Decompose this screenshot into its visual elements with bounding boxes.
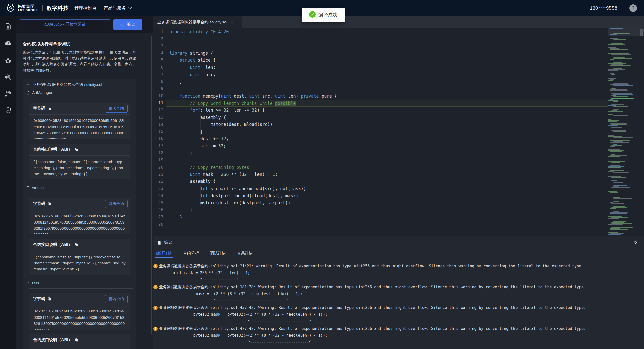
- minimap-row: [613, 201, 631, 201]
- tree-file-row[interactable]: 业务逻辑数据浏览器展示合约-solidity.sol: [23, 81, 136, 89]
- minimap-row: [610, 65, 631, 66]
- brand-text: 蚂蚁集团 ANT GROUP: [18, 5, 38, 12]
- copy-icon[interactable]: [75, 243, 79, 247]
- line-number: 22: [153, 178, 166, 185]
- copy-icon[interactable]: [75, 338, 79, 342]
- minimap-row: [610, 73, 614, 74]
- deploy-contract-button[interactable]: 部署合约: [105, 200, 128, 208]
- bytecode-value: 0x608060405234801561001057600080fd5b5061…: [29, 115, 130, 139]
- minimap-row: [608, 123, 615, 123]
- bug-icon[interactable]: [4, 57, 12, 65]
- line-number: 26: [153, 206, 166, 213]
- card-header: 字节码 部署合约: [29, 293, 130, 305]
- compile-button[interactable]: 编译: [113, 19, 142, 30]
- minimap-row: [613, 170, 631, 170]
- bug-search-icon[interactable]: [4, 74, 12, 81]
- code-line: [166, 156, 608, 164]
- warning-icon: !: [153, 327, 158, 331]
- abi-card-artmanager: 合约接口说明（ABI） [ { "constant": false, "inpu…: [29, 144, 130, 179]
- code-line: uint mask = 256 ** (32 - len) - 1;: [166, 171, 608, 178]
- minimap-row: [608, 174, 620, 174]
- code-line: }: [166, 214, 608, 221]
- minimap-row: [608, 218, 619, 219]
- copy-icon[interactable]: [48, 107, 51, 110]
- minimap-row: [611, 223, 632, 224]
- line-number: 5: [153, 57, 166, 64]
- code-line: dest += 32;: [166, 135, 608, 142]
- deploy-contract-button[interactable]: 部署合约: [105, 295, 128, 303]
- warning-message: 业务逻辑数据浏览器展示合约-solidity.sol:181:28: Warni…: [159, 284, 586, 291]
- line-number-gutter: 1234567891011121314151617181920212223242…: [153, 28, 166, 228]
- tools-icon[interactable]: [4, 90, 12, 97]
- deploy-contract-button[interactable]: 部署合约: [105, 105, 128, 113]
- minimap-row: [608, 38, 617, 38]
- shield-plus-icon[interactable]: [4, 107, 12, 114]
- editor-scrollbar[interactable]: [640, 29, 643, 36]
- minimap-row: [608, 149, 620, 150]
- minimap-row: [613, 56, 625, 56]
- copy-icon[interactable]: [48, 297, 51, 301]
- collapse-double-chevron-icon[interactable]: [633, 240, 638, 245]
- minimap-row: [610, 152, 620, 152]
- product-title: 数字科技: [47, 5, 69, 12]
- tab-contract-analysis[interactable]: 合约分析: [183, 249, 199, 258]
- minimap-row: [608, 216, 622, 217]
- minimap-row: [613, 37, 631, 37]
- contract-row-strings[interactable]: strings: [23, 184, 136, 192]
- minimap-row: [610, 90, 628, 91]
- editor-tab-solidity-file[interactable]: 业务逻辑数据浏览器展示合约-solidity.sol ✕: [153, 16, 242, 28]
- tab-debug-details[interactable]: 调试详情: [210, 249, 226, 258]
- minimap-row: [608, 109, 612, 109]
- minimap-row: [611, 99, 623, 99]
- account-phone[interactable]: 130****9558: [590, 5, 617, 11]
- sidebar-scrollbar[interactable]: [151, 36, 152, 334]
- contract-row-artmanager[interactable]: ArtManager: [23, 89, 136, 97]
- warning-icon: !: [153, 285, 158, 289]
- code-editor[interactable]: 1234567891011121314151617181920212223242…: [153, 28, 644, 236]
- copy-icon[interactable]: [75, 148, 79, 151]
- minimap-row: [613, 232, 632, 232]
- tab-compile-details[interactable]: 编译详情: [156, 249, 172, 258]
- minimap-row: [611, 194, 628, 194]
- code-line: }: [166, 128, 608, 135]
- nav-console[interactable]: 管理控制台: [74, 5, 97, 11]
- tab-transaction-details[interactable]: 交易详情: [237, 249, 253, 258]
- minimap-row: [611, 153, 623, 153]
- line-number: 20: [153, 164, 166, 171]
- minimap-row: [613, 85, 633, 86]
- chain-selector[interactable]: a00e36c5 - 开放联盟链: [20, 19, 110, 30]
- minimap-row: [613, 141, 623, 142]
- minimap-row: [610, 165, 620, 166]
- minimap-row: [608, 53, 629, 54]
- minimap-row: [613, 109, 619, 110]
- minimap[interactable]: [608, 28, 638, 236]
- minimap-row: [610, 228, 620, 229]
- contract-row-utils[interactable]: utils: [23, 279, 136, 287]
- brand-logo[interactable]: 蚂蚁集团 ANT GROUP: [5, 2, 38, 14]
- nav-products[interactable]: 产品与服务: [104, 5, 132, 11]
- panel-title: 编译: [164, 240, 173, 245]
- minimap-row: [611, 78, 632, 78]
- minimap-row: [610, 144, 631, 144]
- minimap-row: [608, 156, 620, 157]
- minimap-row: [613, 97, 631, 97]
- minimap-row: [610, 49, 628, 50]
- indent-guide: [190, 100, 190, 156]
- copy-icon[interactable]: [48, 202, 51, 206]
- minimap-row: [611, 187, 630, 188]
- code-area[interactable]: pragma solidity ^0.4.20;library strings …: [166, 28, 608, 236]
- card-header: 合约接口说明（ABI）: [29, 239, 130, 251]
- minimap-row: [608, 61, 622, 61]
- help-icon[interactable]: ?: [629, 4, 637, 12]
- line-number: 7: [153, 71, 166, 78]
- minimap-slider[interactable]: [608, 28, 644, 36]
- minimap-row: [608, 103, 623, 103]
- minimap-row: [608, 111, 623, 112]
- minimap-row: [613, 39, 626, 40]
- cloud-upload-icon[interactable]: [4, 39, 12, 47]
- file-document-icon[interactable]: [4, 23, 12, 30]
- close-icon[interactable]: ✕: [231, 20, 234, 24]
- warning-message: 业务逻辑数据浏览器展示合约-solidity.sol:21:21: Warnin…: [159, 263, 584, 270]
- minimap-row: [611, 93, 632, 94]
- minimap-row: [610, 165, 615, 165]
